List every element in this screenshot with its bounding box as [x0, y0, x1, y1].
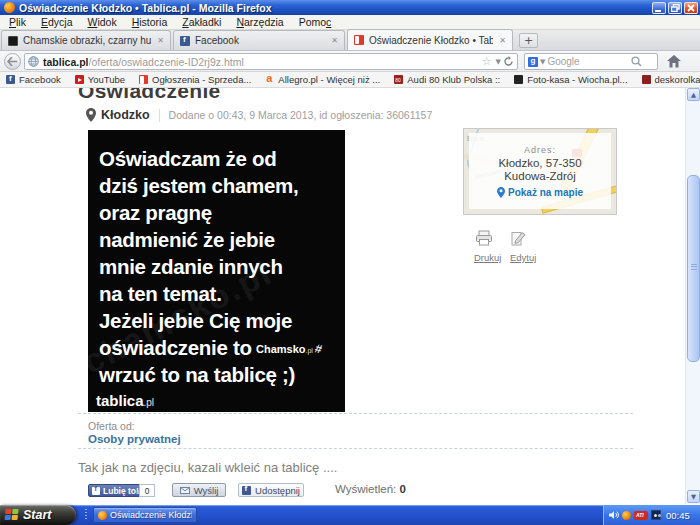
facebook-icon	[242, 486, 251, 495]
ati-tray-icon[interactable]	[634, 511, 648, 520]
offer-from-link[interactable]: Osoby prywatnej	[88, 433, 633, 445]
reload-icon[interactable]	[503, 56, 514, 67]
print-label[interactable]: Drukuj	[474, 252, 510, 263]
page-title: Oświadczenie	[78, 88, 221, 103]
messenger-tray-icon[interactable]	[651, 510, 661, 520]
address-overlay: Adres: Kłodzko, 57-350 Kudowa-Zdrój Poka…	[469, 133, 611, 209]
window-controls	[652, 2, 698, 14]
deskorolka-icon	[642, 75, 651, 84]
windows-logo-icon	[4, 509, 19, 521]
tab-facebook[interactable]: Facebook✕	[173, 30, 345, 50]
new-tab-button[interactable]: +	[519, 33, 538, 48]
menu-pomoc[interactable]: Pomoc	[299, 16, 332, 28]
tab-close-icon[interactable]: ✕	[331, 36, 338, 45]
edit-action[interactable]: Edytuj	[510, 230, 546, 263]
bookmark-label: Ogłoszenia - Sprzeda...	[152, 74, 251, 85]
page-scrollbar[interactable]: ▲ ▼	[685, 88, 700, 504]
chamsko-favicon	[8, 36, 18, 46]
bookmark-1[interactable]: Facebook	[6, 74, 61, 85]
print-action[interactable]: Drukuj	[474, 230, 510, 263]
home-button[interactable]	[667, 54, 681, 72]
url-dropdown-icon[interactable]: ▼	[496, 58, 501, 66]
audi80-icon	[394, 75, 403, 84]
bookmark-4[interactable]: Allegro.pl - Więcej niż ...	[265, 74, 380, 85]
scroll-down-button[interactable]: ▼	[687, 490, 700, 503]
tab-label: Oświadczenie Kłodzko • Tablica.pl	[369, 35, 493, 46]
taskbar-divider	[85, 509, 87, 521]
bookmark-star-icon[interactable]: ☆	[482, 56, 492, 67]
tab-close-icon[interactable]: ✕	[157, 36, 164, 45]
tablica-favicon	[354, 35, 364, 45]
meme-text-line: wrzuć to na tablicę ;)	[99, 361, 339, 388]
window-titlebar: Oświadczenie Kłodzko • Tablica.pl - Mozi…	[0, 0, 700, 15]
bookmark-6[interactable]: Foto-kasa - Wiocha.pl...	[514, 74, 627, 85]
clock: 00:45	[666, 510, 690, 521]
menu-widok[interactable]: Widok	[87, 16, 116, 28]
tab-close-icon[interactable]: ✕	[499, 36, 506, 45]
system-tray: 00:45	[603, 505, 700, 525]
tablica-logo: tablica.pl	[96, 392, 154, 409]
search-input[interactable]	[547, 56, 631, 67]
bookmark-label: Audi 80 Klub Polska ::	[407, 74, 500, 85]
menu-historia[interactable]: Historia	[132, 16, 168, 28]
bookmark-5[interactable]: Audi 80 Klub Polska ::	[394, 74, 500, 85]
listing-image[interactable]: chamsko.pl Oświadczam że oddziś jestem c…	[88, 130, 345, 412]
search-engine-dropdown-icon[interactable]: ▼	[540, 58, 545, 66]
address-label: Adres:	[524, 145, 556, 155]
edit-label[interactable]: Edytuj	[510, 252, 546, 263]
restore-button[interactable]	[668, 2, 682, 14]
start-label: Start	[23, 508, 51, 522]
menu-zakładki[interactable]: Zakładki	[182, 16, 221, 28]
google-icon	[528, 57, 538, 67]
listing-description: Tak jak na zdjęciu, kazali wkleić na tab…	[78, 460, 337, 475]
tab-tablica[interactable]: Oświadczenie Kłodzko • Tablica.pl✕	[347, 29, 513, 50]
address-line: Kłodzko, 57-350	[498, 157, 581, 170]
listing-posted-meta: Dodane o 00:43, 9 Marca 2013, id ogłosze…	[169, 109, 433, 121]
menu-plik[interactable]: Plik	[9, 16, 26, 28]
like-counter: 0	[139, 484, 155, 497]
fotokasa-icon	[514, 75, 523, 84]
bookmark-2[interactable]: YouTube	[75, 74, 125, 85]
taskbar-window-button[interactable]: Oświadczenie Kłodzk...	[93, 507, 197, 523]
start-button[interactable]: Start	[0, 505, 76, 525]
minimize-button[interactable]	[652, 2, 666, 14]
facebook-icon	[92, 487, 100, 495]
share-button[interactable]: Udostępnij	[238, 483, 304, 497]
offer-from-box: Oferta od: Osoby prywatnej	[78, 413, 633, 449]
firefox-icon	[4, 2, 15, 13]
url-path: /oferta/oswiadczenie-ID2rj9z.html	[89, 56, 480, 68]
bookmark-7[interactable]: deskorolka, fingerboa...	[642, 74, 700, 85]
bookmark-label: Facebook	[19, 74, 61, 85]
tab-strip: Chamskie obrazki, czarny humor✕Facebook✕…	[0, 30, 700, 51]
scrollbar-thumb[interactable]	[687, 175, 700, 362]
scroll-up-button[interactable]: ▲	[687, 88, 700, 101]
firefox-tray-icon[interactable]	[622, 511, 631, 520]
tab-chamsko[interactable]: Chamskie obrazki, czarny humor✕	[1, 30, 171, 50]
close-button[interactable]	[684, 2, 698, 14]
taskbar-window-label: Oświadczenie Kłodzk...	[110, 510, 192, 520]
menu-narzędzia[interactable]: Narzędzia	[236, 16, 283, 28]
search-box[interactable]: ▼	[524, 53, 658, 70]
listing-meta-row: Kłodzko Dodane o 00:43, 9 Marca 2013, id…	[86, 108, 432, 122]
facebook-favicon	[180, 36, 190, 46]
search-magnifier-icon[interactable]	[631, 56, 642, 67]
bookmarks-bar: FacebookYouTubeOgłoszenia - Sprzeda...Al…	[0, 72, 700, 88]
show-on-map-link[interactable]: Pokaż na mapie	[497, 187, 583, 198]
printer-icon	[474, 230, 494, 246]
meme-text-line: oraz pragnę	[99, 199, 339, 226]
meme-text-line: Oświadczam że od	[99, 145, 339, 172]
location-pin-icon	[86, 108, 96, 122]
send-button[interactable]: Wyślij	[172, 483, 226, 497]
meme-text-line: Jeżeli jebie Cię moje	[99, 307, 339, 334]
menu-edycja[interactable]: Edycja	[41, 16, 73, 28]
volume-icon[interactable]	[609, 510, 619, 520]
map-thumbnail[interactable]: Blizne Warszawska Adres: Kłodzko, 57-350…	[463, 128, 617, 215]
youtube-icon	[75, 75, 84, 84]
offer-from-label: Oferta od:	[88, 420, 633, 432]
url-bar[interactable]: tablica.pl /oferta/oswiadczenie-ID2rj9z.…	[24, 53, 518, 70]
bookmark-3[interactable]: Ogłoszenia - Sprzeda...	[139, 74, 251, 85]
chamsko-watermark: Chamsko.pl#	[256, 342, 322, 356]
envelope-icon	[180, 487, 190, 494]
meme-text-line: nadmienić że jebie	[99, 226, 339, 253]
back-button[interactable]	[4, 53, 21, 70]
